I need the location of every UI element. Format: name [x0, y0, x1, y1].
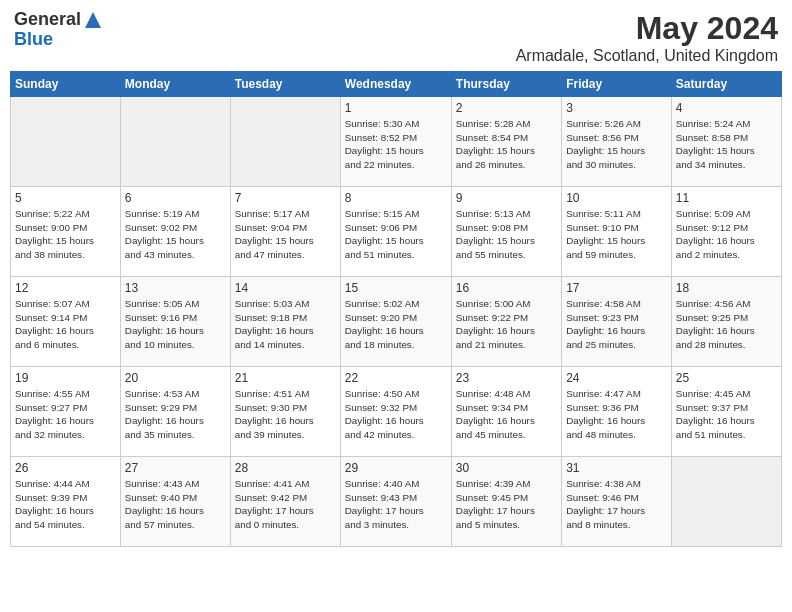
calendar-week-2: 5Sunrise: 5:22 AM Sunset: 9:00 PM Daylig…	[11, 187, 782, 277]
calendar-table: SundayMondayTuesdayWednesdayThursdayFrid…	[10, 71, 782, 547]
calendar-cell: 10Sunrise: 5:11 AM Sunset: 9:10 PM Dayli…	[562, 187, 672, 277]
calendar-cell: 31Sunrise: 4:38 AM Sunset: 9:46 PM Dayli…	[562, 457, 672, 547]
day-number: 3	[566, 101, 667, 115]
day-info: Sunrise: 5:00 AM Sunset: 9:22 PM Dayligh…	[456, 297, 557, 352]
day-info: Sunrise: 4:55 AM Sunset: 9:27 PM Dayligh…	[15, 387, 116, 442]
day-number: 1	[345, 101, 447, 115]
day-info: Sunrise: 4:47 AM Sunset: 9:36 PM Dayligh…	[566, 387, 667, 442]
calendar-cell: 28Sunrise: 4:41 AM Sunset: 9:42 PM Dayli…	[230, 457, 340, 547]
day-number: 25	[676, 371, 777, 385]
day-info: Sunrise: 5:05 AM Sunset: 9:16 PM Dayligh…	[125, 297, 226, 352]
calendar-cell: 17Sunrise: 4:58 AM Sunset: 9:23 PM Dayli…	[562, 277, 672, 367]
day-info: Sunrise: 5:11 AM Sunset: 9:10 PM Dayligh…	[566, 207, 667, 262]
day-info: Sunrise: 5:22 AM Sunset: 9:00 PM Dayligh…	[15, 207, 116, 262]
day-number: 23	[456, 371, 557, 385]
calendar-cell: 13Sunrise: 5:05 AM Sunset: 9:16 PM Dayli…	[120, 277, 230, 367]
day-number: 27	[125, 461, 226, 475]
logo-general-text: General	[14, 10, 81, 30]
day-number: 10	[566, 191, 667, 205]
calendar-cell: 4Sunrise: 5:24 AM Sunset: 8:58 PM Daylig…	[671, 97, 781, 187]
day-info: Sunrise: 4:45 AM Sunset: 9:37 PM Dayligh…	[676, 387, 777, 442]
calendar-cell: 24Sunrise: 4:47 AM Sunset: 9:36 PM Dayli…	[562, 367, 672, 457]
day-number: 2	[456, 101, 557, 115]
day-number: 22	[345, 371, 447, 385]
day-info: Sunrise: 4:51 AM Sunset: 9:30 PM Dayligh…	[235, 387, 336, 442]
day-info: Sunrise: 5:26 AM Sunset: 8:56 PM Dayligh…	[566, 117, 667, 172]
day-info: Sunrise: 4:48 AM Sunset: 9:34 PM Dayligh…	[456, 387, 557, 442]
day-number: 30	[456, 461, 557, 475]
day-info: Sunrise: 4:53 AM Sunset: 9:29 PM Dayligh…	[125, 387, 226, 442]
calendar-header: SundayMondayTuesdayWednesdayThursdayFrid…	[11, 72, 782, 97]
day-number: 29	[345, 461, 447, 475]
day-number: 8	[345, 191, 447, 205]
calendar-cell: 12Sunrise: 5:07 AM Sunset: 9:14 PM Dayli…	[11, 277, 121, 367]
day-number: 31	[566, 461, 667, 475]
day-info: Sunrise: 4:56 AM Sunset: 9:25 PM Dayligh…	[676, 297, 777, 352]
calendar-cell: 6Sunrise: 5:19 AM Sunset: 9:02 PM Daylig…	[120, 187, 230, 277]
day-info: Sunrise: 4:39 AM Sunset: 9:45 PM Dayligh…	[456, 477, 557, 532]
calendar-cell: 20Sunrise: 4:53 AM Sunset: 9:29 PM Dayli…	[120, 367, 230, 457]
page-header: General Blue May 2024 Armadale, Scotland…	[10, 10, 782, 65]
day-info: Sunrise: 5:17 AM Sunset: 9:04 PM Dayligh…	[235, 207, 336, 262]
calendar-cell: 5Sunrise: 5:22 AM Sunset: 9:00 PM Daylig…	[11, 187, 121, 277]
day-number: 17	[566, 281, 667, 295]
calendar-cell: 25Sunrise: 4:45 AM Sunset: 9:37 PM Dayli…	[671, 367, 781, 457]
calendar-cell: 23Sunrise: 4:48 AM Sunset: 9:34 PM Dayli…	[451, 367, 561, 457]
calendar-cell: 26Sunrise: 4:44 AM Sunset: 9:39 PM Dayli…	[11, 457, 121, 547]
weekday-row: SundayMondayTuesdayWednesdayThursdayFrid…	[11, 72, 782, 97]
calendar-body: 1Sunrise: 5:30 AM Sunset: 8:52 PM Daylig…	[11, 97, 782, 547]
svg-marker-0	[85, 12, 101, 28]
logo: General Blue	[14, 10, 103, 50]
day-info: Sunrise: 5:02 AM Sunset: 9:20 PM Dayligh…	[345, 297, 447, 352]
day-info: Sunrise: 5:03 AM Sunset: 9:18 PM Dayligh…	[235, 297, 336, 352]
day-number: 26	[15, 461, 116, 475]
month-title: May 2024	[516, 10, 778, 47]
weekday-header-wednesday: Wednesday	[340, 72, 451, 97]
calendar-cell	[230, 97, 340, 187]
calendar-cell: 16Sunrise: 5:00 AM Sunset: 9:22 PM Dayli…	[451, 277, 561, 367]
calendar-cell	[671, 457, 781, 547]
weekday-header-monday: Monday	[120, 72, 230, 97]
day-info: Sunrise: 4:58 AM Sunset: 9:23 PM Dayligh…	[566, 297, 667, 352]
day-number: 19	[15, 371, 116, 385]
calendar-week-3: 12Sunrise: 5:07 AM Sunset: 9:14 PM Dayli…	[11, 277, 782, 367]
calendar-cell	[120, 97, 230, 187]
calendar-cell: 7Sunrise: 5:17 AM Sunset: 9:04 PM Daylig…	[230, 187, 340, 277]
day-info: Sunrise: 5:28 AM Sunset: 8:54 PM Dayligh…	[456, 117, 557, 172]
day-number: 18	[676, 281, 777, 295]
day-info: Sunrise: 4:50 AM Sunset: 9:32 PM Dayligh…	[345, 387, 447, 442]
calendar-cell: 2Sunrise: 5:28 AM Sunset: 8:54 PM Daylig…	[451, 97, 561, 187]
day-info: Sunrise: 4:40 AM Sunset: 9:43 PM Dayligh…	[345, 477, 447, 532]
calendar-week-5: 26Sunrise: 4:44 AM Sunset: 9:39 PM Dayli…	[11, 457, 782, 547]
day-info: Sunrise: 5:19 AM Sunset: 9:02 PM Dayligh…	[125, 207, 226, 262]
calendar-cell	[11, 97, 121, 187]
day-info: Sunrise: 5:30 AM Sunset: 8:52 PM Dayligh…	[345, 117, 447, 172]
calendar-cell: 11Sunrise: 5:09 AM Sunset: 9:12 PM Dayli…	[671, 187, 781, 277]
day-number: 12	[15, 281, 116, 295]
weekday-header-sunday: Sunday	[11, 72, 121, 97]
weekday-header-tuesday: Tuesday	[230, 72, 340, 97]
calendar-cell: 3Sunrise: 5:26 AM Sunset: 8:56 PM Daylig…	[562, 97, 672, 187]
day-info: Sunrise: 4:44 AM Sunset: 9:39 PM Dayligh…	[15, 477, 116, 532]
day-number: 28	[235, 461, 336, 475]
calendar-cell: 14Sunrise: 5:03 AM Sunset: 9:18 PM Dayli…	[230, 277, 340, 367]
day-number: 6	[125, 191, 226, 205]
day-info: Sunrise: 5:15 AM Sunset: 9:06 PM Dayligh…	[345, 207, 447, 262]
calendar-cell: 21Sunrise: 4:51 AM Sunset: 9:30 PM Dayli…	[230, 367, 340, 457]
calendar-cell: 27Sunrise: 4:43 AM Sunset: 9:40 PM Dayli…	[120, 457, 230, 547]
calendar-week-1: 1Sunrise: 5:30 AM Sunset: 8:52 PM Daylig…	[11, 97, 782, 187]
day-info: Sunrise: 4:43 AM Sunset: 9:40 PM Dayligh…	[125, 477, 226, 532]
calendar-cell: 30Sunrise: 4:39 AM Sunset: 9:45 PM Dayli…	[451, 457, 561, 547]
calendar-cell: 18Sunrise: 4:56 AM Sunset: 9:25 PM Dayli…	[671, 277, 781, 367]
calendar-cell: 1Sunrise: 5:30 AM Sunset: 8:52 PM Daylig…	[340, 97, 451, 187]
calendar-cell: 22Sunrise: 4:50 AM Sunset: 9:32 PM Dayli…	[340, 367, 451, 457]
weekday-header-friday: Friday	[562, 72, 672, 97]
day-number: 21	[235, 371, 336, 385]
calendar-cell: 9Sunrise: 5:13 AM Sunset: 9:08 PM Daylig…	[451, 187, 561, 277]
day-info: Sunrise: 4:41 AM Sunset: 9:42 PM Dayligh…	[235, 477, 336, 532]
calendar-cell: 15Sunrise: 5:02 AM Sunset: 9:20 PM Dayli…	[340, 277, 451, 367]
day-number: 4	[676, 101, 777, 115]
day-number: 20	[125, 371, 226, 385]
location-title: Armadale, Scotland, United Kingdom	[516, 47, 778, 65]
calendar-week-4: 19Sunrise: 4:55 AM Sunset: 9:27 PM Dayli…	[11, 367, 782, 457]
